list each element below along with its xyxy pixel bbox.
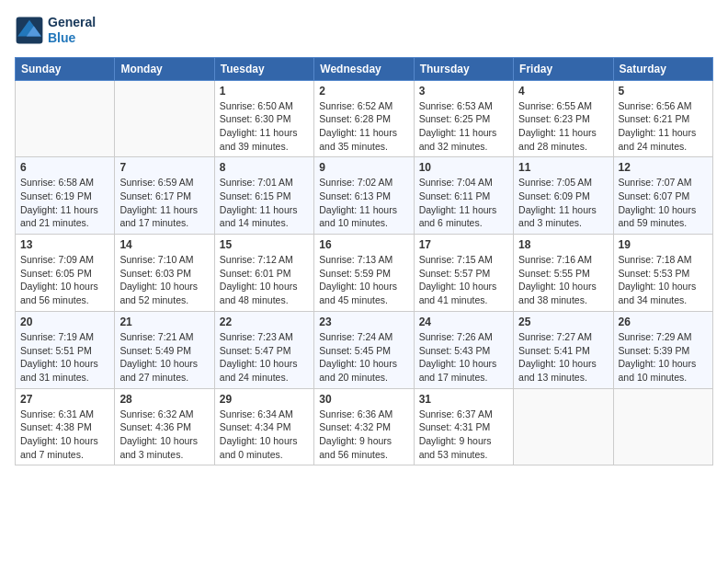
day-info: Sunrise: 7:13 AM Sunset: 5:59 PM Dayligh… <box>319 253 408 307</box>
day-number: 4 <box>518 85 608 98</box>
day-info: Sunrise: 7:24 AM Sunset: 5:45 PM Dayligh… <box>319 330 408 385</box>
day-info: Sunrise: 7:21 AM Sunset: 5:49 PM Dayligh… <box>119 330 209 385</box>
calendar-week-row: 13Sunrise: 7:09 AM Sunset: 6:05 PM Dayli… <box>16 235 713 312</box>
day-info: Sunrise: 7:05 AM Sunset: 6:09 PM Dayligh… <box>518 176 608 230</box>
day-info: Sunrise: 7:23 AM Sunset: 5:47 PM Dayligh… <box>220 330 309 385</box>
day-info: Sunrise: 7:27 AM Sunset: 5:41 PM Dayligh… <box>518 330 608 385</box>
day-info: Sunrise: 6:32 AM Sunset: 4:36 PM Dayligh… <box>119 408 209 462</box>
calendar-cell: 19Sunrise: 7:18 AM Sunset: 5:53 PM Dayli… <box>613 235 712 312</box>
calendar-cell: 5Sunrise: 6:56 AM Sunset: 6:21 PM Daylig… <box>613 80 712 157</box>
logo-text: General Blue <box>48 15 96 46</box>
calendar-cell: 12Sunrise: 7:07 AM Sunset: 6:07 PM Dayli… <box>613 157 712 235</box>
day-info: Sunrise: 7:16 AM Sunset: 5:55 PM Dayligh… <box>518 253 608 307</box>
day-of-week-header: Saturday <box>613 57 712 80</box>
calendar-cell: 23Sunrise: 7:24 AM Sunset: 5:45 PM Dayli… <box>314 311 414 388</box>
calendar-cell <box>115 80 214 157</box>
calendar-header-row: SundayMondayTuesdayWednesdayThursdayFrid… <box>16 57 713 80</box>
day-info: Sunrise: 7:18 AM Sunset: 5:53 PM Dayligh… <box>619 253 708 307</box>
day-number: 17 <box>419 238 508 251</box>
day-number: 1 <box>220 85 309 98</box>
day-number: 11 <box>518 161 608 174</box>
day-info: Sunrise: 7:04 AM Sunset: 6:11 PM Dayligh… <box>419 176 508 230</box>
calendar-cell: 17Sunrise: 7:15 AM Sunset: 5:57 PM Dayli… <box>414 235 513 312</box>
day-info: Sunrise: 6:59 AM Sunset: 6:17 PM Dayligh… <box>119 176 209 230</box>
calendar-week-row: 6Sunrise: 6:58 AM Sunset: 6:19 PM Daylig… <box>16 157 713 235</box>
day-of-week-header: Sunday <box>16 57 115 80</box>
day-info: Sunrise: 7:09 AM Sunset: 6:05 PM Dayligh… <box>20 253 109 307</box>
calendar-cell: 6Sunrise: 6:58 AM Sunset: 6:19 PM Daylig… <box>16 157 115 235</box>
calendar-cell: 28Sunrise: 6:32 AM Sunset: 4:36 PM Dayli… <box>115 388 214 465</box>
calendar-cell: 9Sunrise: 7:02 AM Sunset: 6:13 PM Daylig… <box>314 157 414 235</box>
calendar-cell: 26Sunrise: 7:29 AM Sunset: 5:39 PM Dayli… <box>613 311 712 388</box>
day-info: Sunrise: 6:55 AM Sunset: 6:23 PM Dayligh… <box>518 99 608 154</box>
day-number: 7 <box>119 161 209 174</box>
calendar-cell: 21Sunrise: 7:21 AM Sunset: 5:49 PM Dayli… <box>115 311 214 388</box>
calendar-cell: 4Sunrise: 6:55 AM Sunset: 6:23 PM Daylig… <box>514 80 613 157</box>
day-number: 10 <box>419 161 508 174</box>
calendar-cell: 8Sunrise: 7:01 AM Sunset: 6:15 PM Daylig… <box>214 157 313 235</box>
day-number: 13 <box>20 238 109 251</box>
calendar-cell: 25Sunrise: 7:27 AM Sunset: 5:41 PM Dayli… <box>514 311 613 388</box>
calendar-week-row: 20Sunrise: 7:19 AM Sunset: 5:51 PM Dayli… <box>16 311 713 388</box>
day-number: 12 <box>619 161 708 174</box>
calendar-cell: 16Sunrise: 7:13 AM Sunset: 5:59 PM Dayli… <box>314 235 414 312</box>
day-number: 28 <box>119 393 209 406</box>
calendar-cell: 15Sunrise: 7:12 AM Sunset: 6:01 PM Dayli… <box>214 235 313 312</box>
day-number: 9 <box>319 161 408 174</box>
logo-icon <box>15 16 44 45</box>
day-of-week-header: Wednesday <box>314 57 414 80</box>
day-number: 26 <box>619 316 708 328</box>
day-info: Sunrise: 7:01 AM Sunset: 6:15 PM Dayligh… <box>220 176 309 230</box>
day-number: 5 <box>619 85 708 98</box>
day-number: 14 <box>119 238 209 251</box>
day-number: 19 <box>619 238 708 251</box>
calendar-cell: 14Sunrise: 7:10 AM Sunset: 6:03 PM Dayli… <box>115 235 214 312</box>
day-number: 6 <box>20 161 109 174</box>
calendar-cell: 1Sunrise: 6:50 AM Sunset: 6:30 PM Daylig… <box>214 80 313 157</box>
day-of-week-header: Thursday <box>414 57 513 80</box>
calendar-cell: 29Sunrise: 6:34 AM Sunset: 4:34 PM Dayli… <box>214 388 313 465</box>
day-info: Sunrise: 7:07 AM Sunset: 6:07 PM Dayligh… <box>619 176 708 230</box>
day-number: 3 <box>419 85 508 98</box>
calendar-cell: 18Sunrise: 7:16 AM Sunset: 5:55 PM Dayli… <box>514 235 613 312</box>
calendar-cell <box>16 80 115 157</box>
calendar-cell: 7Sunrise: 6:59 AM Sunset: 6:17 PM Daylig… <box>115 157 214 235</box>
calendar-cell: 10Sunrise: 7:04 AM Sunset: 6:11 PM Dayli… <box>414 157 513 235</box>
day-info: Sunrise: 7:29 AM Sunset: 5:39 PM Dayligh… <box>619 330 708 385</box>
day-info: Sunrise: 6:56 AM Sunset: 6:21 PM Dayligh… <box>619 99 708 154</box>
calendar-cell: 20Sunrise: 7:19 AM Sunset: 5:51 PM Dayli… <box>16 311 115 388</box>
day-info: Sunrise: 7:12 AM Sunset: 6:01 PM Dayligh… <box>220 253 309 307</box>
day-info: Sunrise: 6:31 AM Sunset: 4:38 PM Dayligh… <box>20 408 109 462</box>
day-number: 21 <box>119 316 209 328</box>
calendar-cell <box>613 388 712 465</box>
logo: General Blue <box>15 15 96 46</box>
day-number: 25 <box>518 316 608 328</box>
day-info: Sunrise: 6:53 AM Sunset: 6:25 PM Dayligh… <box>419 99 508 154</box>
calendar-cell: 31Sunrise: 6:37 AM Sunset: 4:31 PM Dayli… <box>414 388 513 465</box>
calendar-cell: 13Sunrise: 7:09 AM Sunset: 6:05 PM Dayli… <box>16 235 115 312</box>
calendar-week-row: 1Sunrise: 6:50 AM Sunset: 6:30 PM Daylig… <box>16 80 713 157</box>
day-info: Sunrise: 7:19 AM Sunset: 5:51 PM Dayligh… <box>20 330 109 385</box>
day-number: 29 <box>220 393 309 406</box>
day-info: Sunrise: 6:36 AM Sunset: 4:32 PM Dayligh… <box>319 408 408 462</box>
day-number: 20 <box>20 316 109 328</box>
day-number: 15 <box>220 238 309 251</box>
day-number: 22 <box>220 316 309 328</box>
calendar-table: SundayMondayTuesdayWednesdayThursdayFrid… <box>15 57 713 466</box>
day-number: 16 <box>319 238 408 251</box>
day-info: Sunrise: 6:52 AM Sunset: 6:28 PM Dayligh… <box>319 99 408 154</box>
day-info: Sunrise: 7:02 AM Sunset: 6:13 PM Dayligh… <box>319 176 408 230</box>
day-info: Sunrise: 7:15 AM Sunset: 5:57 PM Dayligh… <box>419 253 508 307</box>
day-number: 27 <box>20 393 109 406</box>
calendar-cell: 3Sunrise: 6:53 AM Sunset: 6:25 PM Daylig… <box>414 80 513 157</box>
day-number: 2 <box>319 85 408 98</box>
day-info: Sunrise: 7:10 AM Sunset: 6:03 PM Dayligh… <box>119 253 209 307</box>
calendar-cell: 2Sunrise: 6:52 AM Sunset: 6:28 PM Daylig… <box>314 80 414 157</box>
calendar-week-row: 27Sunrise: 6:31 AM Sunset: 4:38 PM Dayli… <box>16 388 713 465</box>
day-number: 24 <box>419 316 508 328</box>
header: General Blue <box>15 15 713 46</box>
calendar-cell: 30Sunrise: 6:36 AM Sunset: 4:32 PM Dayli… <box>314 388 414 465</box>
day-number: 31 <box>419 393 508 406</box>
day-number: 30 <box>319 393 408 406</box>
day-of-week-header: Tuesday <box>214 57 313 80</box>
